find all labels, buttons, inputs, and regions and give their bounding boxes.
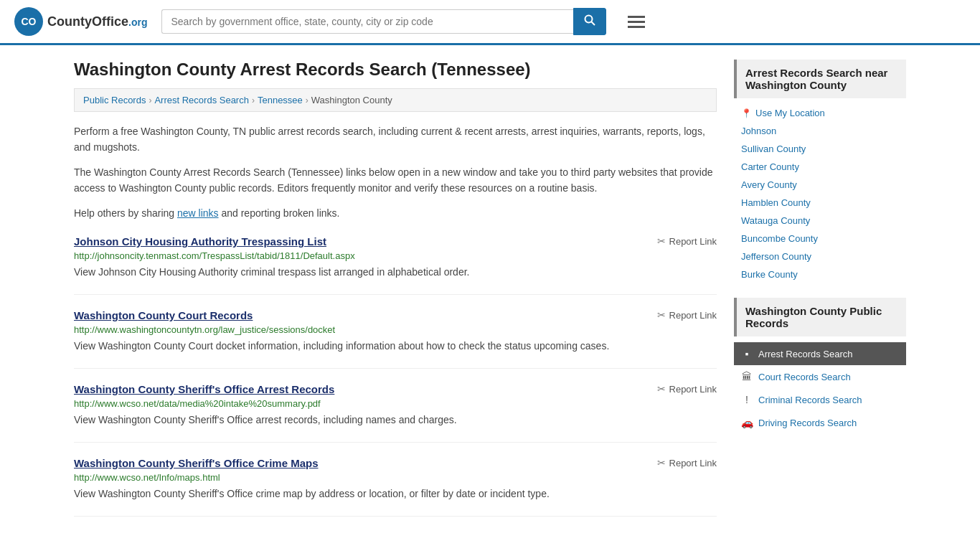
use-location-link[interactable]: 📍 Use My Location	[734, 104, 906, 122]
search-input[interactable]	[161, 9, 573, 34]
result-desc-1: View Washington County Court docket info…	[74, 339, 717, 354]
rec-label-3: Driving Records Search	[758, 418, 857, 428]
result-item: Johnson City Housing Authority Trespassi…	[74, 235, 717, 295]
result-url-3: http://www.wcso.net/Info/maps.html	[74, 472, 717, 483]
report-link-3[interactable]: ✂ Report Link	[657, 457, 717, 468]
search-bar	[161, 8, 606, 35]
breadcrumb-public-records[interactable]: Public Records	[83, 95, 146, 105]
report-icon: ✂	[657, 383, 666, 395]
breadcrumb-sep: ›	[306, 95, 308, 105]
hamburger-menu-button[interactable]	[621, 11, 652, 32]
site-header: CO CountyOffice.org	[0, 0, 980, 45]
nearby-link-4[interactable]: Hamblen County	[734, 194, 906, 212]
result-header: Washington County Sheriff's Office Arres…	[74, 383, 717, 395]
main-content: Washington County Arrest Records Search …	[74, 60, 717, 531]
result-desc-2: View Washington County Sheriff's Office …	[74, 413, 717, 428]
hamburger-line	[628, 16, 645, 18]
rec-icon-0: ▪	[741, 348, 753, 359]
result-title-0[interactable]: Johnson City Housing Authority Trespassi…	[74, 235, 326, 248]
nearby-link-0[interactable]: Johnson	[734, 122, 906, 140]
nearby-link-7[interactable]: Jefferson County	[734, 248, 906, 265]
nearby-link-3[interactable]: Avery County	[734, 176, 906, 194]
rec-icon-2: !	[741, 394, 753, 405]
nearby-link-5[interactable]: Watauga County	[734, 212, 906, 230]
rec-label-0: Arrest Records Search	[758, 349, 853, 359]
breadcrumb-tennessee[interactable]: Tennessee	[258, 95, 303, 105]
public-records-link-2[interactable]: !Criminal Records Search	[734, 388, 906, 411]
breadcrumb-current: Washington County	[311, 95, 392, 105]
nearby-links: JohnsonSullivan CountyCarter CountyAvery…	[734, 122, 906, 283]
report-label: Report Link	[669, 310, 717, 321]
rec-icon-3: 🚗	[741, 417, 753, 428]
public-records-section: Washington County Public Records ▪Arrest…	[734, 298, 906, 434]
report-label: Report Link	[669, 458, 717, 468]
report-label: Report Link	[669, 384, 717, 395]
description: Perform a free Washington County, TN pub…	[74, 123, 717, 221]
nearby-link-1[interactable]: Sullivan County	[734, 140, 906, 158]
sidebar: Arrest Records Search near Washington Co…	[734, 60, 906, 531]
result-item: Washington County Sheriff's Office Arres…	[74, 383, 717, 443]
breadcrumb-sep: ›	[149, 95, 151, 105]
public-records-link-3[interactable]: 🚗Driving Records Search	[734, 411, 906, 434]
report-link-0[interactable]: ✂ Report Link	[657, 235, 717, 247]
results-list: Johnson City Housing Authority Trespassi…	[74, 235, 717, 517]
result-title-2[interactable]: Washington County Sheriff's Office Arres…	[74, 383, 334, 395]
rec-label-2: Criminal Records Search	[758, 395, 862, 405]
content-wrapper: Washington County Arrest Records Search …	[60, 45, 920, 545]
nearby-section: Arrest Records Search near Washington Co…	[734, 60, 906, 283]
public-records-link-1[interactable]: 🏛Court Records Search	[734, 365, 906, 388]
search-button[interactable]	[573, 8, 606, 35]
report-icon: ✂	[657, 235, 666, 247]
public-records-links: ▪Arrest Records Search🏛Court Records Sea…	[734, 342, 906, 434]
result-header: Washington County Court Records ✂ Report…	[74, 309, 717, 321]
report-icon: ✂	[657, 309, 666, 321]
public-records-title: Washington County Public Records	[734, 298, 906, 336]
hamburger-line	[628, 26, 645, 28]
result-header: Johnson City Housing Authority Trespassi…	[74, 235, 717, 248]
result-item: Washington County Court Records ✂ Report…	[74, 309, 717, 369]
description-2: The Washington County Arrest Records Sea…	[74, 164, 717, 197]
report-link-2[interactable]: ✂ Report Link	[657, 383, 717, 395]
result-desc-0: View Johnson City Housing Authority crim…	[74, 265, 717, 280]
result-title-3[interactable]: Washington County Sheriff's Office Crime…	[74, 457, 319, 469]
new-links-link[interactable]: new links	[177, 207, 219, 219]
breadcrumb: Public Records › Arrest Records Search ›…	[74, 88, 717, 112]
nearby-title: Arrest Records Search near Washington Co…	[734, 60, 906, 98]
nearby-link-8[interactable]: Burke County	[734, 265, 906, 283]
page-title: Washington County Arrest Records Search …	[74, 60, 717, 80]
report-icon: ✂	[657, 457, 666, 468]
location-icon: 📍	[741, 108, 752, 118]
result-title-1[interactable]: Washington County Court Records	[74, 309, 253, 321]
result-desc-3: View Washington County Sheriff's Office …	[74, 486, 717, 501]
description-1: Perform a free Washington County, TN pub…	[74, 123, 717, 156]
logo[interactable]: CO CountyOffice.org	[14, 7, 147, 36]
rec-icon-1: 🏛	[741, 371, 753, 382]
result-header: Washington County Sheriff's Office Crime…	[74, 457, 717, 469]
logo-text: CountyOffice.org	[47, 14, 147, 29]
result-url-2: http://www.wcso.net/data/media%20intake%…	[74, 398, 717, 409]
rec-label-1: Court Records Search	[758, 372, 851, 382]
nearby-link-2[interactable]: Carter County	[734, 158, 906, 176]
svg-text:CO: CO	[22, 16, 37, 27]
result-url-1: http://www.washingtoncountytn.org/law_ju…	[74, 324, 717, 335]
svg-line-3	[592, 22, 595, 26]
report-link-1[interactable]: ✂ Report Link	[657, 309, 717, 321]
description-3: Help others by sharing new links and rep…	[74, 205, 717, 221]
public-records-link-0[interactable]: ▪Arrest Records Search	[734, 342, 906, 365]
svg-point-2	[585, 16, 593, 23]
result-item: Washington County Sheriff's Office Crime…	[74, 457, 717, 517]
result-url-0: http://johnsoncity.tenmast.com/TrespassL…	[74, 250, 717, 261]
breadcrumb-arrest-records[interactable]: Arrest Records Search	[154, 95, 249, 105]
hamburger-line	[628, 21, 645, 23]
logo-icon: CO	[14, 7, 43, 36]
nearby-link-6[interactable]: Buncombe County	[734, 230, 906, 248]
report-label: Report Link	[669, 236, 717, 247]
breadcrumb-sep: ›	[252, 95, 255, 105]
